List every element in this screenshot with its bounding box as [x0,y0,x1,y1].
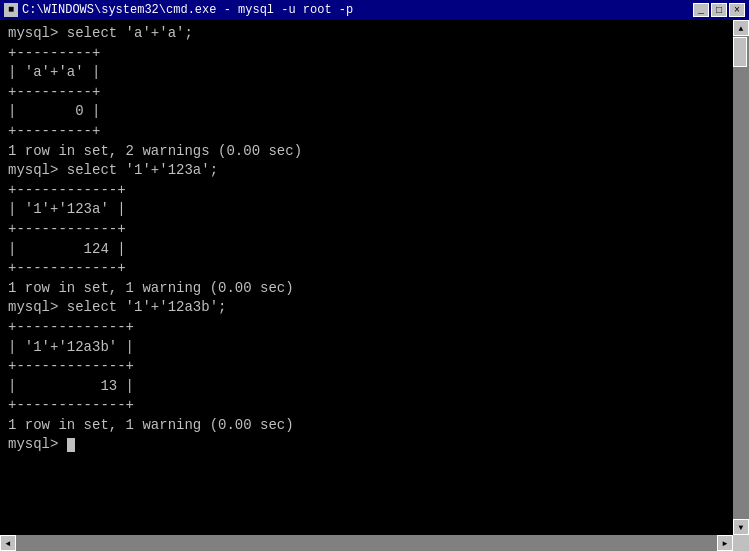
terminal-line: | '1'+'12a3b' | [8,338,741,358]
terminal-line: | 0 | [8,102,741,122]
close-button[interactable]: × [729,3,745,17]
window-icon: ■ [4,3,18,17]
minimize-button[interactable]: _ [693,3,709,17]
window-title: C:\WINDOWS\system32\cmd.exe - mysql -u r… [22,3,353,17]
scroll-thumb[interactable] [733,37,747,67]
terminal-line: | 124 | [8,240,741,260]
title-bar-controls[interactable]: _ □ × [693,3,745,17]
terminal-line: 1 row in set, 1 warning (0.00 sec) [8,279,741,299]
terminal-cursor [67,438,75,452]
terminal-line: +------------+ [8,259,741,279]
title-bar-left: ■ C:\WINDOWS\system32\cmd.exe - mysql -u… [4,3,353,17]
horizontal-scrollbar[interactable]: ◄ ► [0,535,733,551]
terminal-line: +-------------+ [8,357,741,377]
vertical-scrollbar[interactable]: ▲ ▼ [733,20,749,535]
terminal-line: 1 row in set, 1 warning (0.00 sec) [8,416,741,436]
title-bar: ■ C:\WINDOWS\system32\cmd.exe - mysql -u… [0,0,749,20]
terminal-line: 1 row in set, 2 warnings (0.00 sec) [8,142,741,162]
terminal-prompt: mysql> [8,435,741,455]
terminal-line: | 13 | [8,377,741,397]
terminal-line: +------------+ [8,181,741,201]
scroll-left-button[interactable]: ◄ [0,535,16,551]
terminal-line: +------------+ [8,220,741,240]
scroll-up-button[interactable]: ▲ [733,20,749,36]
scroll-right-button[interactable]: ► [717,535,733,551]
terminal-line: mysql> select '1'+'123a'; [8,161,741,181]
terminal-body: mysql> select 'a'+'a';+---------+| 'a'+'… [0,20,749,535]
terminal-line: | 'a'+'a' | [8,63,741,83]
scroll-down-button[interactable]: ▼ [733,519,749,535]
h-scroll-track [16,535,717,551]
terminal-line: mysql> select '1'+'12a3b'; [8,298,741,318]
terminal-line: +---------+ [8,44,741,64]
terminal-line: +---------+ [8,122,741,142]
scrollbar-corner [733,535,749,551]
terminal-line: +-------------+ [8,396,741,416]
terminal-line: +-------------+ [8,318,741,338]
window: ■ C:\WINDOWS\system32\cmd.exe - mysql -u… [0,0,749,551]
terminal-line: mysql> select 'a'+'a'; [8,24,741,44]
scroll-track [733,36,749,519]
terminal-line: +---------+ [8,83,741,103]
terminal-line: | '1'+'123a' | [8,200,741,220]
maximize-button[interactable]: □ [711,3,727,17]
